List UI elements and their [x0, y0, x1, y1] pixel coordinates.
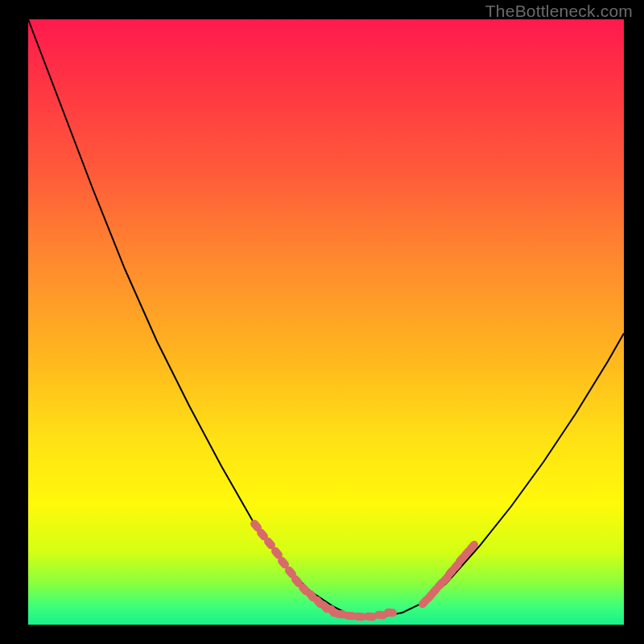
- chart-frame: TheBottleneck.com: [0, 0, 644, 644]
- marker-group-right: [417, 539, 480, 610]
- bottleneck-curve: [28, 19, 624, 617]
- marker-group-bottom: [334, 608, 398, 621]
- marker-group-left: [249, 518, 340, 619]
- curve-svg: [28, 19, 624, 625]
- watermark-text: TheBottleneck.com: [485, 2, 633, 21]
- plot-area: [28, 19, 624, 625]
